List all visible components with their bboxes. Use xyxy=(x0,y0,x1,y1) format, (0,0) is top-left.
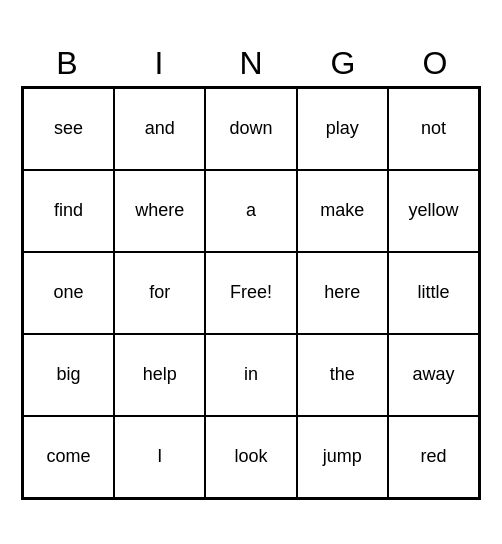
bingo-cell-0-4: not xyxy=(388,88,479,170)
bingo-cell-2-1: for xyxy=(114,252,205,334)
header-letter-I: I xyxy=(113,45,205,82)
bingo-row-4: comeIlookjumpred xyxy=(23,416,479,498)
bingo-cell-0-2: down xyxy=(205,88,296,170)
bingo-cell-2-2: Free! xyxy=(205,252,296,334)
bingo-cell-3-3: the xyxy=(297,334,388,416)
header-letter-N: N xyxy=(205,45,297,82)
bingo-cell-3-0: big xyxy=(23,334,114,416)
bingo-cell-4-4: red xyxy=(388,416,479,498)
bingo-cell-4-3: jump xyxy=(297,416,388,498)
bingo-cell-4-0: come xyxy=(23,416,114,498)
header-letter-B: B xyxy=(21,45,113,82)
bingo-cell-1-2: a xyxy=(205,170,296,252)
bingo-cell-2-4: little xyxy=(388,252,479,334)
bingo-cell-1-4: yellow xyxy=(388,170,479,252)
bingo-row-2: oneforFree!herelittle xyxy=(23,252,479,334)
bingo-card: BINGO seeanddownplaynotfindwhereamakeyel… xyxy=(21,45,481,500)
bingo-row-1: findwhereamakeyellow xyxy=(23,170,479,252)
header-letter-G: G xyxy=(297,45,389,82)
bingo-header: BINGO xyxy=(21,45,481,82)
bingo-cell-2-3: here xyxy=(297,252,388,334)
bingo-row-0: seeanddownplaynot xyxy=(23,88,479,170)
bingo-cell-0-0: see xyxy=(23,88,114,170)
bingo-cell-3-1: help xyxy=(114,334,205,416)
bingo-cell-4-2: look xyxy=(205,416,296,498)
bingo-cell-1-3: make xyxy=(297,170,388,252)
bingo-cell-0-1: and xyxy=(114,88,205,170)
bingo-grid: seeanddownplaynotfindwhereamakeyellowone… xyxy=(21,86,481,500)
bingo-row-3: bighelpintheaway xyxy=(23,334,479,416)
bingo-cell-3-2: in xyxy=(205,334,296,416)
header-letter-O: O xyxy=(389,45,481,82)
bingo-cell-1-1: where xyxy=(114,170,205,252)
bingo-cell-3-4: away xyxy=(388,334,479,416)
bingo-cell-2-0: one xyxy=(23,252,114,334)
bingo-cell-1-0: find xyxy=(23,170,114,252)
bingo-cell-0-3: play xyxy=(297,88,388,170)
bingo-cell-4-1: I xyxy=(114,416,205,498)
